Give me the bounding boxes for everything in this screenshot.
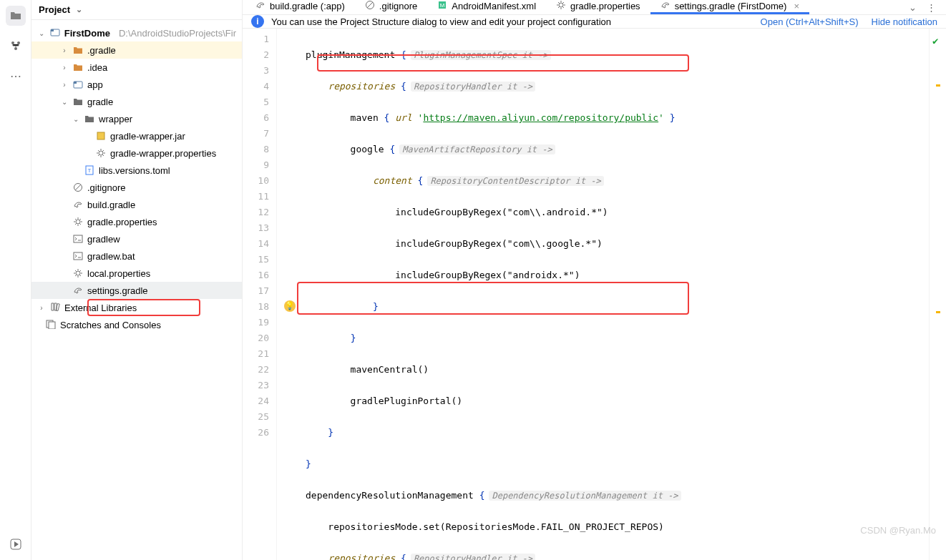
tree-item[interactable]: gradlew.bat <box>31 247 242 265</box>
tree-item[interactable]: local.properties <box>31 265 242 282</box>
inspection-strip[interactable]: ✔ <box>929 29 946 560</box>
editor-tab[interactable]: gradle.properties <box>546 0 650 14</box>
close-icon[interactable]: × <box>794 1 799 11</box>
chevron-right-icon: › <box>60 64 69 72</box>
tree-item[interactable]: gradle-wrapper.properties <box>31 144 242 162</box>
tree-item-label: app <box>87 79 103 90</box>
line-number: 10 <box>243 173 269 189</box>
svg-point-17 <box>76 271 80 275</box>
tabs-dropdown-button[interactable]: ⌄ <box>909 2 917 13</box>
line-number: 1 <box>243 31 269 47</box>
tree-item[interactable]: ⌄gradle <box>31 93 242 110</box>
tree-item-label: gradle-wrapper.jar <box>110 131 185 142</box>
tree-item-label: gradle-wrapper.properties <box>110 148 216 159</box>
editor-tab[interactable]: .gitignore <box>355 0 427 14</box>
tabs-more-button[interactable]: ⋮ <box>927 2 936 13</box>
line-number: 23 <box>243 378 269 393</box>
banner-hide-link[interactable]: Hide notification <box>872 16 938 27</box>
folder-icon <box>73 62 83 72</box>
sidebar-header[interactable]: Project ⌄ <box>31 0 242 20</box>
chevron-right-icon: › <box>60 46 69 54</box>
code-editor[interactable]: 1234567891011121314151617181920212223242… <box>243 29 946 560</box>
tree-item[interactable]: gradle-wrapper.jar <box>31 127 242 144</box>
more-tool-button[interactable]: ⋯ <box>6 66 26 86</box>
structure-banner: i You can use the Project Structure dial… <box>243 15 946 29</box>
gradle-icon <box>73 285 83 295</box>
code-content[interactable]: pluginManagement {PluginManagementSpec i… <box>297 29 929 560</box>
project-sidebar: Project ⌄ ⌄ FirstDome D:\AndroidStudioPr… <box>31 0 243 560</box>
line-number: 9 <box>243 157 269 173</box>
tree-item-label: build.gradle <box>87 200 135 210</box>
svg-text:T: T <box>88 167 92 174</box>
inspection-ok-icon: ✔ <box>932 33 938 49</box>
tree-item-label: gradle.properties <box>87 217 157 227</box>
tree-item-label: .idea <box>87 62 107 73</box>
tree-item[interactable]: .gitignore <box>31 179 242 196</box>
tree-item[interactable]: Tlibs.versions.toml <box>31 162 242 179</box>
scratches[interactable]: Scratches and Consoles <box>31 316 242 333</box>
gradle-icon <box>660 0 671 12</box>
editor-tab[interactable]: settings.gradle (FirstDome)× <box>650 0 809 14</box>
gitignore-icon <box>365 0 375 12</box>
gear-icon <box>73 268 83 278</box>
sh-icon <box>73 251 83 261</box>
line-number: 16 <box>243 267 269 283</box>
intention-bulb-icon[interactable]: 💡 <box>284 300 296 312</box>
tab-label: .gitignore <box>379 1 417 11</box>
line-number: 21 <box>243 346 269 362</box>
gear-icon <box>556 0 566 12</box>
external-libraries[interactable]: › External Libraries <box>31 299 242 316</box>
line-number: 6 <box>243 110 269 126</box>
tree-item[interactable]: ›.gradle <box>31 41 242 59</box>
editor-tab[interactable]: MAndroidManifest.xml <box>427 0 546 14</box>
tree-root-name: FirstDome <box>64 28 110 39</box>
tree-item[interactable]: build.gradle <box>31 196 242 213</box>
chevron-down-icon: ⌄ <box>60 98 69 106</box>
scratches-icon <box>46 319 56 331</box>
sh-icon <box>73 234 83 244</box>
tree-item[interactable]: ›.idea <box>31 59 242 76</box>
tree-item[interactable]: gradlew <box>31 230 242 247</box>
tree-root[interactable]: ⌄ FirstDome D:\AndroidStudioProjects\Fir <box>31 24 242 41</box>
tree-item[interactable]: gradle.properties <box>31 213 242 230</box>
structure-tool-button[interactable] <box>6 36 26 56</box>
libraries-icon <box>50 302 60 314</box>
project-tool-button[interactable] <box>6 6 26 26</box>
line-number: 26 <box>243 425 269 441</box>
tree-item-label: .gradle <box>87 45 116 56</box>
tree-item-label: wrapper <box>99 114 132 124</box>
tree-item[interactable]: ›app <box>31 76 242 93</box>
svg-rect-5 <box>51 29 54 31</box>
warning-marker[interactable] <box>936 84 940 87</box>
line-number: 18 <box>243 299 269 315</box>
run-tool-button[interactable] <box>6 534 26 554</box>
folder-icon <box>73 45 83 55</box>
editor-tab[interactable]: build.gradle (:app) <box>245 0 355 14</box>
project-tree[interactable]: ⌄ FirstDome D:\AndroidStudioProjects\Fir… <box>31 20 242 560</box>
svg-point-0 <box>11 41 14 44</box>
banner-text: You can use the Project Structure dialog… <box>271 16 611 27</box>
line-number: 20 <box>243 330 269 346</box>
banner-open-link[interactable]: Open (Ctrl+Alt+Shift+S) <box>761 16 859 27</box>
tree-item[interactable]: ⌄wrapper <box>31 110 242 127</box>
line-number: 14 <box>243 236 269 252</box>
tree-item-label: gradle <box>87 97 113 107</box>
line-number: 7 <box>243 126 269 142</box>
tab-label: settings.gradle (FirstDome) <box>675 1 787 11</box>
tree-item[interactable]: settings.gradle <box>31 282 242 299</box>
toml-icon: T <box>84 165 94 175</box>
jar-icon <box>96 131 106 141</box>
chevron-down-icon: ⌄ <box>76 5 82 14</box>
tree-item-label: gradlew <box>87 234 120 245</box>
gear-icon <box>73 217 83 227</box>
app-root: ⋯ Project ⌄ ⌄ FirstDome D:\AndroidStudio… <box>0 0 946 560</box>
tool-strip: ⋯ <box>0 0 31 560</box>
play-icon <box>10 539 21 550</box>
warning-marker[interactable] <box>936 311 940 313</box>
scratches-label: Scratches and Consoles <box>60 320 161 330</box>
gutter-marks <box>277 29 297 560</box>
line-number: 12 <box>243 205 269 220</box>
line-number: 5 <box>243 94 269 110</box>
svg-rect-15 <box>74 235 82 242</box>
svg-point-1 <box>17 41 20 44</box>
